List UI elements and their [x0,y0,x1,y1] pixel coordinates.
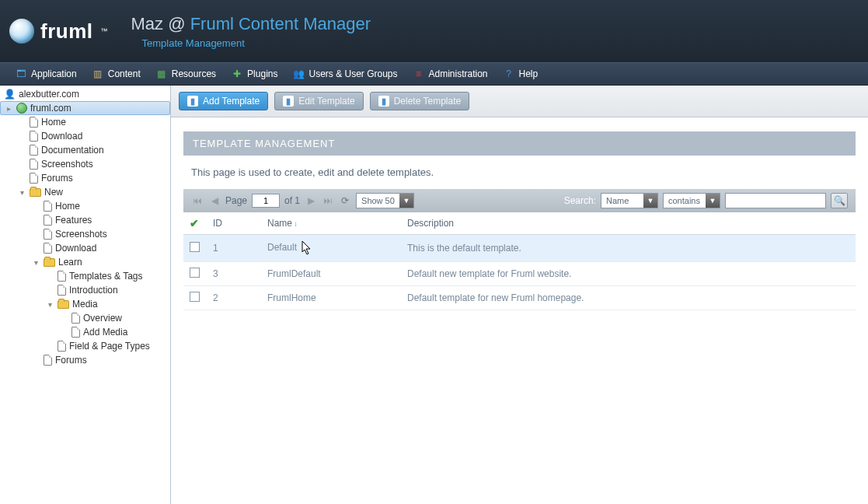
header-title: Maz @ Fruml Content Manager Template Man… [131,14,371,49]
cell-name: FrumlHome [261,286,401,310]
collapse-icon[interactable]: ▾ [17,186,26,198]
menu-resources[interactable]: ▦Resources [148,63,224,85]
menu-users[interactable]: 👥Users & User Groups [285,63,405,85]
page-icon [58,285,66,296]
menu-plugins[interactable]: ✚Plugins [224,63,285,85]
first-page-icon[interactable]: ⏮ [191,194,204,207]
page-icon [30,117,38,128]
chevron-down-icon: ▼ [399,194,413,208]
help-icon: ? [504,68,514,79]
tree-item-forums[interactable]: Forums [0,171,170,185]
application-icon: 🗔 [16,68,26,79]
search-input[interactable] [725,193,826,208]
tree-item-label: Download [55,243,96,254]
select-all-checkbox[interactable]: ✔ [190,217,199,229]
panel: TEMPLATE MANAGEMENT This page is used to… [183,131,856,310]
user-icon: 👤 [3,88,16,100]
tree-item-introduction[interactable]: Introduction [0,283,170,297]
page-size-select[interactable]: Show 50 ▼ [356,193,414,208]
tree-item-forums[interactable]: Forums [0,353,170,367]
page-icon [44,215,52,226]
row-checkbox[interactable] [190,292,200,302]
collapse-icon[interactable]: ▾ [45,298,54,310]
cell-id: 1 [207,235,261,262]
cell-id: 3 [207,262,261,286]
menu-content[interactable]: ▥Content [85,63,148,85]
search-label: Search: [564,195,596,206]
cursor-icon [302,240,312,256]
col-id[interactable]: ID [207,212,261,235]
page-icon [30,145,38,156]
search-button[interactable]: 🔍 [831,193,848,208]
header-at: @ [168,14,185,33]
tree-item-learn[interactable]: ▾Learn [0,255,170,269]
tree-item-download[interactable]: Download [0,129,170,143]
tree-item-label: fruml.com [30,103,71,114]
row-checkbox[interactable] [190,268,200,278]
globe-icon [16,103,27,114]
logo-text: fruml [40,19,93,44]
header-app: Fruml Content Manager [190,14,371,33]
tree-item-media[interactable]: ▾Media [0,297,170,311]
last-page-icon[interactable]: ⏭ [322,194,334,207]
tree-item-field-page-types[interactable]: Field & Page Types [0,339,170,353]
tree-item-features[interactable]: Features [0,213,170,227]
next-page-icon[interactable]: ▶ [305,194,317,207]
add-icon: ▮ [187,96,198,107]
tree-item-label: Features [55,215,92,226]
tree-item-label: Media [72,299,98,310]
tree-item-fruml-com[interactable]: ▸fruml.com [0,101,170,115]
menu-help[interactable]: ?Help [496,63,546,85]
table-row[interactable]: 3 FrumlDefault Default new template for … [183,262,856,286]
chevron-down-icon: ▼ [643,194,657,208]
edit-template-button[interactable]: ▮ Edit Template [274,92,364,110]
table-row[interactable]: 2 FrumlHome Default template for new Fru… [183,286,856,310]
refresh-icon[interactable]: ⟳ [339,194,351,207]
col-description[interactable]: Description [401,212,856,235]
tree-item-documentation[interactable]: Documentation [0,143,170,157]
page-icon [30,159,38,170]
page-icon [44,355,52,366]
row-checkbox[interactable] [190,242,200,252]
page-label: Page [225,195,247,206]
cell-description: Default new template for Fruml website. [401,262,856,286]
tree-item-screenshots[interactable]: Screenshots [0,157,170,171]
search-field-select[interactable]: Name ▼ [601,193,658,208]
tree-item-label: Home [55,201,80,212]
templates-table: ✔ ID Name↓ Description 1 Default This is… [183,212,856,310]
cell-description: Default template for new Fruml homepage. [401,286,856,310]
col-name[interactable]: Name↓ [261,212,401,235]
tree-item-label: Documentation [41,145,104,156]
tree-item-templates-tags[interactable]: Templates & Tags [0,269,170,283]
cell-id: 2 [207,286,261,310]
tree-item-screenshots[interactable]: Screenshots [0,227,170,241]
sort-asc-icon: ↓ [294,219,298,228]
delete-template-button[interactable]: ▮ Delete Template [370,92,470,110]
prev-page-icon[interactable]: ◀ [208,194,221,207]
chevron-down-icon: ▼ [706,194,720,208]
tree-item-add-media[interactable]: Add Media [0,325,170,339]
tree-item-alexbutter-com[interactable]: 👤alexbutter.com [0,87,170,101]
tree-item-label: Templates & Tags [69,271,143,282]
table-row[interactable]: 1 Default This is the default template. [183,235,856,262]
folder-icon [58,300,69,309]
tree-item-home[interactable]: Home [0,115,170,129]
collapse-icon[interactable]: ▾ [31,256,40,268]
logo: fruml ™ [9,19,108,44]
tree-item-label: Screenshots [41,159,93,170]
tree-item-download[interactable]: Download [0,241,170,255]
delete-icon: ▮ [378,96,389,107]
tree-item-overview[interactable]: Overview [0,311,170,325]
folder-icon [44,258,55,267]
menu-administration[interactable]: ≡Administration [406,63,496,85]
page-input[interactable] [252,194,280,208]
expand-icon[interactable]: ▸ [4,102,13,114]
search-op-select[interactable]: contains ▼ [663,193,720,208]
add-template-button[interactable]: ▮ Add Template [179,92,268,110]
cell-name: FrumlDefault [261,262,401,286]
panel-description: This page is used to create, edit and de… [183,156,856,189]
grid-toolbar: ⏮ ◀ Page of 1 ▶ ⏭ ⟳ Show 50 ▼ Search: Na… [183,189,856,212]
tree-item-new[interactable]: ▾New [0,185,170,199]
tree-item-home[interactable]: Home [0,199,170,213]
menu-application[interactable]: 🗔Application [8,63,85,85]
